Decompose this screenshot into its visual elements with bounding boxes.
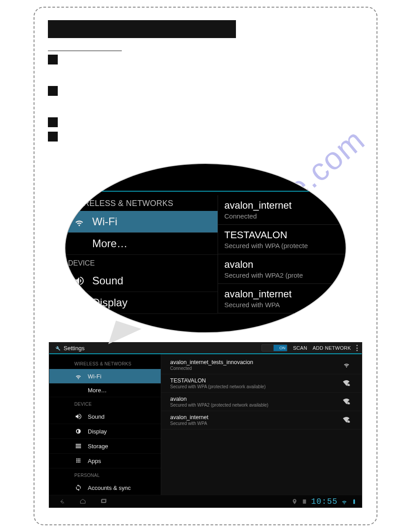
- wifi-lock-icon: [343, 416, 350, 425]
- wifi-status-icon: [341, 498, 347, 505]
- sidebar-item-label: Display: [88, 428, 107, 435]
- battery-status-icon: [351, 498, 357, 505]
- network-item[interactable]: TESTAVALON Secured with WPA (protecte: [218, 225, 347, 254]
- sidebar-item-label: Wi-Fi: [88, 373, 101, 380]
- sidebar-item-more[interactable]: More…: [64, 233, 218, 255]
- action-bar: Settings ON SCAN ADD NETWORK: [49, 343, 362, 354]
- wifi-network-list: avalon_internet_tests_innovacion Connect…: [161, 354, 362, 495]
- svg-rect-3: [353, 499, 355, 503]
- wifi-lock-icon: [343, 398, 350, 406]
- bullet-2: [48, 86, 58, 96]
- svg-rect-4: [354, 499, 355, 499]
- subheading-rule: [48, 51, 122, 51]
- system-bar: 10:55: [49, 495, 362, 507]
- network-name: avalon_internet: [224, 200, 347, 211]
- storage-icon: [74, 442, 82, 450]
- tablet-screenshot: Settings ON SCAN ADD NETWORK WIRELESS & …: [49, 342, 362, 508]
- page-frame: manualshive.com WIRELESS & NETWORKS Wi-F…: [34, 7, 377, 525]
- add-network-button[interactable]: ADD NETWORK: [313, 345, 351, 351]
- network-name: avalon: [170, 396, 343, 402]
- location-status-icon: [291, 498, 298, 505]
- network-status: Secured with WPA: [224, 301, 347, 309]
- wifi-lock-icon: [343, 379, 350, 388]
- zoom-callout: WIRELESS & NETWORKS Wi-Fi More… DEVICE S…: [62, 163, 349, 338]
- heading-blackbar: [48, 20, 236, 38]
- network-item[interactable]: avalon_internet Secured with WPA: [218, 284, 347, 313]
- wireless-header: WIRELESS & NETWORKS: [49, 357, 161, 369]
- sidebar-item-label: Wi-Fi: [92, 215, 117, 228]
- sidebar-item-label: Apps: [88, 458, 101, 464]
- network-item[interactable]: avalon_internet Connected: [218, 195, 347, 225]
- back-button[interactable]: [55, 498, 70, 506]
- network-status: Secured with WPA2 (prote: [224, 271, 347, 279]
- apps-icon: [74, 457, 82, 465]
- network-status: Connected: [224, 212, 347, 220]
- network-name: avalon: [224, 259, 347, 270]
- settings-tools-icon: [54, 344, 61, 352]
- page-title: Settings: [64, 345, 85, 352]
- network-name: avalon_internet: [224, 288, 347, 300]
- bullet-1: [48, 55, 58, 64]
- network-status: Secured with WPA2 (protected network ava…: [170, 403, 343, 408]
- wifi-toggle[interactable]: ON: [261, 344, 287, 352]
- sidebar-item-label: Sound: [88, 413, 105, 420]
- sidebar-item-wifi[interactable]: Wi-Fi: [49, 369, 161, 384]
- wifi-icon: [74, 372, 82, 380]
- network-item[interactable]: TESTAVALON Secured with WPA (protected n…: [161, 374, 362, 393]
- display-icon: [73, 297, 85, 309]
- wifi-signal-icon: [343, 361, 350, 369]
- toggle-label: ON: [279, 346, 286, 350]
- scan-button[interactable]: SCAN: [293, 345, 307, 351]
- device-header: DEVICE: [64, 255, 218, 270]
- svg-rect-2: [303, 499, 306, 503]
- network-item[interactable]: avalon Secured with WPA2 (protected netw…: [161, 393, 362, 411]
- network-name: avalon_internet_tests_innovacion: [170, 359, 343, 365]
- network-name: avalon_internet: [170, 414, 343, 420]
- sidebar-item-apps[interactable]: Apps: [49, 454, 161, 468]
- sidebar-item-storage[interactable]: Storage: [49, 439, 161, 454]
- display-icon: [74, 427, 82, 435]
- sidebar-item-label: More…: [88, 387, 107, 394]
- bullet-4: [48, 132, 58, 142]
- sound-icon: [74, 412, 82, 420]
- network-item[interactable]: avalon_internet_tests_innovacion Connect…: [161, 356, 362, 374]
- sidebar-item-wifi[interactable]: Wi-Fi: [64, 211, 218, 233]
- sidebar-item-display[interactable]: Display: [64, 292, 218, 314]
- sidebar-item-display[interactable]: Display: [49, 424, 161, 439]
- network-status: Secured with WPA (protected network avai…: [170, 384, 343, 389]
- sidebar-item-label: Storage: [88, 443, 108, 450]
- wifi-icon: [73, 216, 85, 227]
- status-area[interactable]: 10:55: [291, 497, 357, 506]
- sync-icon: [74, 484, 82, 492]
- network-item[interactable]: avalon Secured with WPA2 (prote: [218, 254, 347, 284]
- overflow-menu-icon[interactable]: [356, 345, 358, 351]
- sidebar-item-sound[interactable]: Sound: [49, 409, 161, 424]
- network-name: TESTAVALON: [170, 378, 343, 384]
- wireless-header: WIRELESS & NETWORKS: [64, 195, 218, 211]
- bullet-3: [48, 117, 58, 127]
- clock-text: 10:55: [311, 497, 338, 506]
- network-item[interactable]: avalon_internet Secured with WPA: [161, 411, 362, 429]
- settings-sidebar: WIRELESS & NETWORKS Wi-Fi More… DEVICE S…: [49, 354, 161, 495]
- sound-icon: [73, 275, 85, 287]
- sidebar-item-more[interactable]: More…: [49, 384, 161, 397]
- sidebar-item-sound[interactable]: Sound: [64, 270, 218, 292]
- sd-status-icon: [301, 498, 308, 505]
- sidebar-item-label: More…: [92, 237, 128, 250]
- home-button[interactable]: [75, 498, 90, 506]
- sidebar-item-label: Display: [92, 296, 128, 309]
- network-name: TESTAVALON: [224, 229, 347, 241]
- network-status: Connected: [170, 366, 343, 371]
- network-status: Secured with WPA (protecte: [224, 242, 347, 249]
- personal-header: PERSONAL: [49, 468, 161, 481]
- network-status: Secured with WPA: [170, 421, 343, 426]
- device-header: DEVICE: [49, 397, 161, 409]
- sidebar-item-label: Sound: [92, 275, 123, 287]
- sidebar-item-label: Accounts & sync: [88, 485, 131, 491]
- sidebar-item-accounts[interactable]: Accounts & sync: [49, 481, 161, 495]
- recent-apps-button[interactable]: [96, 498, 111, 506]
